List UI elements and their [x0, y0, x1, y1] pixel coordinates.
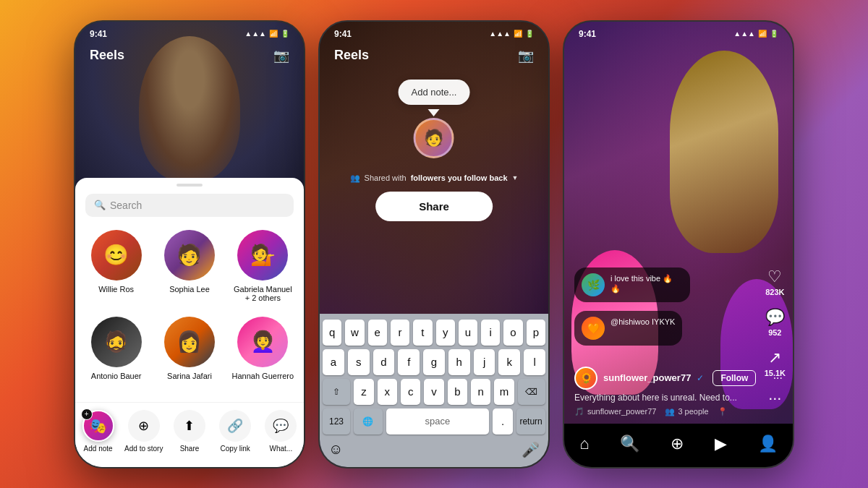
- key-y[interactable]: y: [436, 320, 455, 346]
- whatsapp-icon: 💬: [273, 418, 289, 434]
- share-label: Share: [180, 445, 200, 453]
- people-meta[interactable]: 👥 3 people: [665, 407, 708, 416]
- key-emoji[interactable]: 🌐: [354, 408, 383, 435]
- comment-action[interactable]: 💬 952: [765, 308, 785, 337]
- nav-reels-icon[interactable]: ▶: [715, 435, 727, 453]
- add-note-button[interactable]: + 🎭 Add note: [77, 410, 120, 453]
- share-button[interactable]: ⬆ Share: [168, 410, 211, 453]
- status-icons-1: ▲▲▲ 📶 🔋: [244, 30, 289, 38]
- contact-name-sophia: Sophia Lee: [169, 285, 210, 294]
- add-note-label: Add note: [84, 445, 113, 453]
- time-2: 9:41: [334, 29, 352, 39]
- avatar-antonio: 🧔: [91, 317, 142, 367]
- search-bar[interactable]: 🔍 Search: [85, 194, 294, 217]
- key-a[interactable]: a: [323, 349, 344, 375]
- contact-name-gabriela: Gabriela Manuel + 2 others: [231, 285, 295, 302]
- key-e[interactable]: e: [368, 320, 387, 346]
- key-r[interactable]: r: [391, 320, 409, 346]
- key-n[interactable]: n: [471, 379, 490, 405]
- follow-button[interactable]: Follow: [712, 370, 756, 386]
- comment-icon: 💬: [765, 308, 785, 327]
- add-note-plus-icon: +: [81, 408, 93, 420]
- key-k[interactable]: k: [498, 349, 520, 375]
- key-f[interactable]: f: [398, 349, 420, 375]
- key-b[interactable]: b: [448, 379, 467, 405]
- key-i[interactable]: i: [481, 320, 500, 346]
- share-arrow-icon: ↗: [768, 348, 781, 367]
- key-period[interactable]: .: [493, 408, 513, 435]
- action-bar: + 🎭 Add note ⊕ Add to story ⬆ Share 🔗: [75, 402, 304, 467]
- key-h[interactable]: h: [448, 349, 470, 375]
- nav-search-icon[interactable]: 🔍: [620, 435, 639, 453]
- key-o[interactable]: o: [503, 320, 522, 346]
- user-info-bar: 🌻 sunflower_power77 ✓ Follow ··· Everyth…: [564, 367, 793, 416]
- chevron-down-icon[interactable]: ▼: [512, 174, 519, 181]
- contact-willie[interactable]: 😊 Willie Ros: [81, 224, 151, 308]
- key-j[interactable]: j: [474, 349, 495, 375]
- whatsapp-button[interactable]: 💬 What...: [259, 410, 302, 453]
- location-meta[interactable]: 📍: [718, 407, 728, 416]
- contact-hannah[interactable]: 👩‍🦱 Hannah Guerrero: [228, 311, 298, 386]
- camera-icon-1[interactable]: 📷: [273, 48, 289, 64]
- contact-antonio[interactable]: 🧔 Antonio Bauer: [81, 311, 151, 386]
- key-c[interactable]: c: [401, 379, 420, 405]
- key-shift[interactable]: ⇧: [323, 379, 350, 405]
- share-confirm-button[interactable]: Share: [375, 192, 493, 221]
- nav-profile-icon[interactable]: 👤: [758, 435, 778, 453]
- battery-icon-2: 🔋: [525, 30, 534, 38]
- time-1: 9:41: [90, 29, 107, 39]
- key-d[interactable]: d: [373, 349, 395, 375]
- add-to-story-label: Add to story: [124, 445, 163, 453]
- add-note-icon-box: + 🎭: [82, 410, 114, 442]
- key-g[interactable]: g: [423, 349, 445, 375]
- shared-with-row: 👥 Shared with followers you follow back …: [350, 174, 519, 183]
- comment-text-2: @hishiwoo IYKYK: [610, 317, 675, 327]
- contact-sarina[interactable]: 👩 Sarina Jafari: [154, 311, 224, 386]
- post-username[interactable]: sunflower_power77: [603, 372, 691, 383]
- key-q[interactable]: q: [323, 320, 341, 346]
- people-icon: 👥: [350, 174, 360, 183]
- key-w[interactable]: w: [345, 320, 364, 346]
- user-row: 🌻 sunflower_power77 ✓ Follow ···: [574, 367, 783, 390]
- shared-with-bold[interactable]: followers you follow back: [411, 174, 508, 182]
- key-z[interactable]: z: [354, 379, 373, 405]
- heart-icon: ♡: [767, 267, 782, 286]
- contact-sophia[interactable]: 🧑 Sophia Lee: [154, 224, 224, 308]
- avatar-hannah: 👩‍🦱: [237, 317, 288, 367]
- phone-3: 9:41 ▲▲▲ 📶 🔋 🌿 i love this vibe 🔥🔥 🧡 @hi…: [563, 20, 794, 468]
- note-bubble-text[interactable]: Add note...: [399, 80, 470, 105]
- status-bar-3: 9:41 ▲▲▲ 📶 🔋: [564, 22, 793, 42]
- key-space[interactable]: space: [386, 408, 489, 435]
- nav-home-icon[interactable]: ⌂: [579, 435, 589, 453]
- copy-link-button[interactable]: 🔗 Copy link: [213, 410, 257, 453]
- bottom-navigation: ⌂ 🔍 ⊕ ▶ 👤: [564, 424, 793, 467]
- like-action[interactable]: ♡ 823K: [765, 267, 784, 296]
- overflow-icon[interactable]: ···: [773, 372, 783, 385]
- key-x[interactable]: x: [378, 379, 397, 405]
- key-l[interactable]: l: [524, 349, 545, 375]
- contact-gabriela[interactable]: 💁 Gabriela Manuel + 2 others: [228, 224, 298, 308]
- bubble-tail: [428, 109, 440, 116]
- like-count: 823K: [765, 288, 784, 296]
- whatsapp-icon-box: 💬: [265, 410, 297, 442]
- keyboard-bottom-row: ☺ 🎤: [323, 438, 545, 458]
- key-p[interactable]: p: [527, 320, 545, 346]
- add-to-story-button[interactable]: ⊕ Add to story: [122, 410, 166, 453]
- phone-2: 9:41 ▲▲▲ 📶 🔋 Reels 📷 Add note... 🧑 👥 Sha…: [318, 20, 550, 468]
- people-count-text: 3 people: [678, 407, 708, 416]
- emoji-icon[interactable]: ☺: [328, 441, 343, 458]
- key-t[interactable]: t: [413, 320, 432, 346]
- camera-icon-2[interactable]: 📷: [518, 48, 534, 64]
- key-m[interactable]: m: [494, 379, 514, 405]
- key-return[interactable]: return: [516, 408, 545, 435]
- key-123[interactable]: 123: [323, 408, 350, 435]
- key-backspace[interactable]: ⌫: [518, 379, 545, 405]
- post-user-avatar[interactable]: 🌻: [574, 367, 597, 390]
- key-u[interactable]: u: [459, 320, 477, 346]
- key-s[interactable]: s: [348, 349, 370, 375]
- nav-create-icon[interactable]: ⊕: [671, 435, 684, 453]
- story-icon: ⊕: [138, 418, 149, 434]
- key-v[interactable]: v: [424, 379, 443, 405]
- music-meta[interactable]: 🎵 sunflower_power77: [574, 407, 656, 416]
- microphone-icon[interactable]: 🎤: [522, 441, 540, 458]
